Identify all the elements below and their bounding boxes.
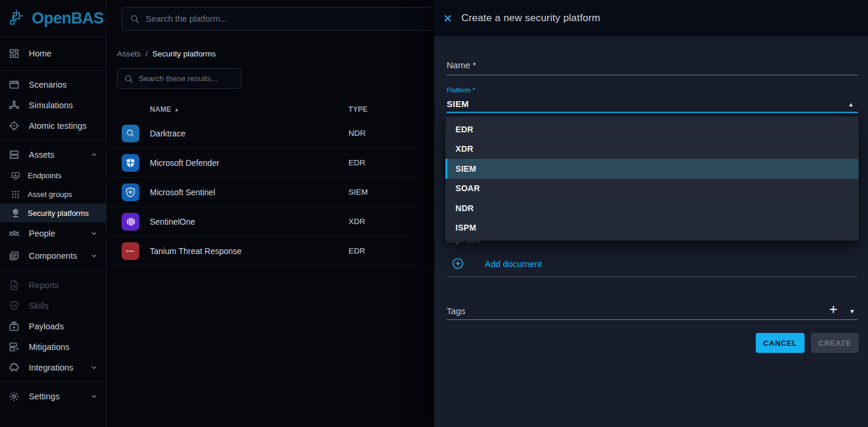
tags-field[interactable]: [447, 319, 858, 320]
sort-asc-icon[interactable]: ▲: [175, 107, 179, 112]
column-header-name[interactable]: NAME ▲: [150, 105, 348, 114]
sidebar-item-label: Integrations: [29, 363, 81, 372]
chevron-down-icon: [89, 251, 99, 261]
menu-option-xdr[interactable]: XDR: [445, 139, 859, 159]
menu-option-siem[interactable]: SIEM: [445, 159, 859, 179]
openbas-logo-icon: [6, 8, 27, 29]
pin-icon: [11, 208, 21, 218]
sidebar-item-label: Payloads: [29, 322, 99, 331]
platform-field-label: Platform *: [447, 86, 475, 94]
sidebar-item-mitigations[interactable]: Mitigations: [0, 336, 106, 357]
sidebar-item-components[interactable]: Components: [0, 245, 106, 267]
create-security-platform-drawer: ✕ Create a new security platform Name * …: [434, 0, 868, 427]
sidebar-item-label: Mitigations: [29, 342, 99, 352]
darktrace-logo: [122, 125, 139, 142]
sidebar-item-people[interactable]: People: [0, 222, 106, 245]
sidebar-item-label: Scenarios: [29, 80, 99, 89]
sidebar-item-label: Components: [29, 251, 81, 261]
logo-field-underline: [447, 276, 858, 277]
sentinel-logo: [122, 184, 139, 201]
dashboard-icon: [8, 48, 20, 59]
menu-option-soar[interactable]: SOAR: [445, 179, 859, 199]
devices-icon: [11, 171, 21, 181]
subscriptions-icon: [8, 321, 20, 332]
sidebar-item-reports[interactable]: Reports: [0, 275, 106, 295]
platform-select-menu: EDR XDR SIEM SOAR NDR ISPM: [445, 116, 859, 241]
people-icon: [8, 228, 20, 239]
drawer-title: Create a new security platform: [461, 12, 601, 24]
breadcrumb-separator: /: [146, 49, 148, 58]
create-button[interactable]: CREATE: [811, 333, 859, 353]
sentinelone-logo: [122, 213, 139, 231]
close-icon[interactable]: ✕: [443, 13, 453, 24]
sidebar-item-skills[interactable]: Skills: [0, 295, 106, 316]
results-search[interactable]: [117, 68, 242, 89]
tags-field-label: Tags: [447, 306, 465, 316]
results-search-input[interactable]: [139, 74, 235, 83]
breadcrumb-current: Security platforms: [152, 49, 216, 58]
shield-check-icon: [8, 300, 20, 312]
sidebar-item-atomic-testings[interactable]: Atomic testings: [0, 115, 106, 136]
platform-select-value[interactable]: SIEM: [447, 99, 469, 109]
sidebar-item-integrations[interactable]: Integrations: [0, 357, 106, 378]
sidebar-item-label: Home: [29, 49, 99, 58]
sidebar-item-simulations[interactable]: Simulations: [0, 95, 106, 115]
movie-icon: [8, 79, 20, 91]
hub-icon: [8, 99, 20, 111]
cancel-button[interactable]: CANCEL: [756, 333, 805, 353]
name-field-label: Name *: [447, 60, 476, 70]
sidebar-item-label: Assets: [29, 150, 81, 159]
target-icon: [8, 120, 20, 132]
brand-name: OpenBAS: [32, 9, 104, 28]
drawer-body: Name * Platform * SIEM ▲ Logo dark Add d…: [434, 36, 868, 427]
sidebar-item-label: Endpoints: [28, 171, 99, 180]
chevron-up-icon: [89, 150, 99, 159]
sidebar-item-label: People: [29, 229, 81, 238]
add-circle-icon[interactable]: [451, 257, 464, 270]
sidebar-item-label: Settings: [29, 392, 81, 401]
row-name: Microsoft Sentinel: [150, 188, 348, 197]
row-name: Tanium Threat Response: [150, 246, 348, 256]
chevron-down-icon: [89, 363, 99, 372]
stacked-bolt-icon: [8, 341, 20, 353]
breadcrumb: Assets / Security platforms: [117, 49, 216, 58]
sidebar-item-label: Atomic testings: [29, 121, 99, 131]
sidebar-item-label: Reports: [29, 281, 99, 290]
chevron-down-icon: [89, 392, 99, 401]
drawer-header: ✕ Create a new security platform: [434, 0, 868, 36]
puzzle-icon: [8, 362, 20, 373]
defender-logo: [122, 154, 139, 172]
document-icon: [8, 279, 20, 291]
gear-icon: [8, 391, 20, 402]
search-icon: [123, 74, 134, 84]
sidebar-item-assets[interactable]: Assets: [0, 144, 106, 166]
row-name: Microsoft Defender: [150, 158, 348, 168]
tags-caret-down-icon[interactable]: ▾: [850, 307, 854, 315]
menu-option-ispm[interactable]: ISPM: [445, 218, 859, 238]
sidebar-item-payloads[interactable]: Payloads: [0, 316, 106, 336]
sidebar-item-label: Asset groups: [28, 190, 99, 199]
select-caret-up-icon[interactable]: ▲: [848, 101, 854, 108]
sidebar-item-scenarios[interactable]: Scenarios: [0, 74, 106, 95]
row-name: SentinelOne: [150, 217, 348, 226]
sidebar: OpenBAS Home Scenarios Simulations Atomi…: [0, 0, 106, 427]
breadcrumb-assets[interactable]: Assets: [117, 49, 141, 58]
row-name: Darktrace: [150, 129, 348, 138]
add-tag-icon[interactable]: +: [829, 302, 837, 316]
sidebar-item-security-platforms[interactable]: Security platforms: [0, 204, 106, 222]
chevron-down-icon: [89, 229, 99, 238]
menu-option-ndr[interactable]: NDR: [445, 198, 859, 218]
sidebar-item-home[interactable]: Home: [0, 41, 106, 66]
menu-option-edr[interactable]: EDR: [445, 119, 859, 139]
tanium-logo: [122, 242, 139, 260]
sidebar-item-endpoints[interactable]: Endpoints: [0, 166, 106, 185]
add-document-button[interactable]: Add document: [485, 259, 542, 269]
newspaper-icon: [8, 250, 20, 262]
name-field[interactable]: [447, 75, 858, 75]
sidebar-item-asset-groups[interactable]: Asset groups: [0, 185, 106, 204]
servers-icon: [8, 149, 20, 161]
platform-field-underline: [447, 112, 858, 113]
sidebar-item-settings[interactable]: Settings: [0, 385, 106, 408]
sidebar-item-label: Simulations: [29, 101, 99, 110]
brand[interactable]: OpenBAS: [0, 0, 106, 36]
